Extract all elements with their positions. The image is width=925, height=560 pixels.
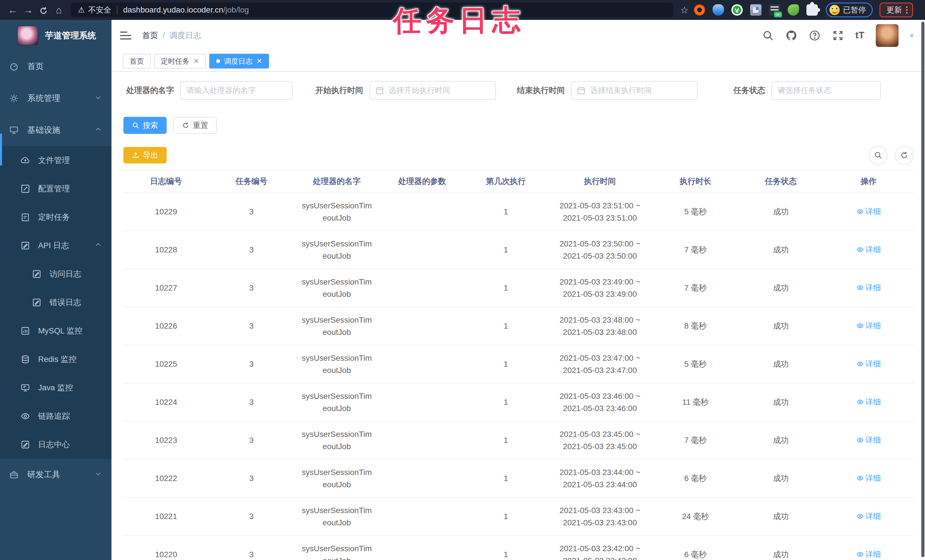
cell-time: 2021-05-03 23:42:00 ~2021-05-03 23:42:00 [547, 536, 653, 560]
cell-count: 1 [465, 269, 547, 307]
detail-link[interactable]: 详细 [856, 397, 881, 407]
cell-log-id: 10226 [124, 307, 209, 345]
sidebar-item-redis-monitor[interactable]: Redis 监控 [0, 345, 111, 373]
col-handler-name: 处理器的名字 [294, 170, 379, 193]
close-icon[interactable]: ✕ [193, 57, 199, 65]
eye-icon [856, 360, 864, 367]
refresh-icon [182, 122, 189, 129]
cell-task-id: 3 [209, 269, 294, 307]
collapse-sidebar-icon[interactable] [120, 29, 131, 42]
eye-icon [21, 411, 30, 421]
sidebar-item-error-log[interactable]: 错误日志 [0, 288, 111, 317]
extensions-puzzle-icon[interactable] [806, 4, 818, 16]
detail-link[interactable]: 详细 [856, 359, 881, 369]
bookmark-star-icon[interactable]: ☆ [680, 5, 689, 16]
tab-scheduled-tasks[interactable]: 定时任务 ✕ [154, 54, 206, 69]
font-size-icon[interactable]: tT [855, 30, 865, 42]
export-button[interactable]: 导出 [124, 147, 167, 163]
breadcrumb: 首页 / 调度日志 [142, 30, 201, 41]
forward-icon[interactable]: → [21, 5, 36, 16]
detail-link[interactable]: 详细 [856, 206, 881, 217]
sidebar-item-api-log[interactable]: API 日志 [0, 231, 111, 260]
url-host[interactable]: dashboard.yudao.iocoder.cn [123, 5, 223, 15]
close-icon[interactable]: ✕ [256, 57, 262, 65]
hide-search-button[interactable] [869, 146, 887, 165]
sidebar-item-access-log[interactable]: 访问日志 [0, 260, 111, 288]
sidebar-item-file-mgmt[interactable]: 文件管理 [0, 146, 111, 175]
eye-icon [856, 551, 864, 558]
sidebar-item-trace[interactable]: 链路追踪 [0, 402, 111, 431]
search-button[interactable]: 搜索 [124, 117, 167, 134]
extension-grid-icon[interactable] [750, 4, 761, 16]
cell-status: 成功 [738, 231, 824, 269]
handler-name-input[interactable] [180, 81, 292, 100]
detail-link[interactable]: 详细 [856, 244, 881, 255]
logo-row[interactable]: 芋道管理系统 [0, 20, 111, 51]
cell-actions: 详细 [824, 231, 914, 269]
eye-icon [856, 513, 864, 520]
browser-scrollbar[interactable] [921, 22, 924, 557]
back-icon[interactable]: ← [5, 5, 21, 16]
eye-icon [856, 398, 864, 406]
table-row: 10228 3 sysUserSessionTimeoutJob 1 2021-… [124, 231, 914, 269]
detail-link[interactable]: 详细 [856, 321, 881, 331]
start-time-input[interactable] [369, 81, 496, 100]
detail-link[interactable]: 详细 [856, 549, 881, 559]
help-icon[interactable] [809, 30, 821, 42]
home-icon[interactable]: ⌂ [51, 5, 66, 16]
paused-badge[interactable]: 已暂停 [826, 3, 873, 17]
extension-leaf-icon[interactable] [788, 4, 799, 16]
sidebar-item-config-mgmt[interactable]: 配置管理 [0, 175, 111, 203]
filter-actions: 搜索 重置 [124, 117, 914, 134]
avatar[interactable] [876, 24, 899, 47]
detail-link[interactable]: 详细 [856, 473, 881, 483]
detail-link[interactable]: 详细 [856, 283, 881, 293]
url-path[interactable]: /job/log [223, 5, 249, 15]
browser-update-button[interactable]: 更新 [880, 3, 913, 17]
detail-link[interactable]: 详细 [856, 511, 881, 521]
insecure-warning-icon[interactable]: ⚠ [78, 5, 85, 15]
detail-link[interactable]: 详细 [856, 435, 881, 445]
end-time-input[interactable] [571, 81, 698, 100]
task-status-select[interactable] [771, 81, 881, 100]
tab-home[interactable]: 首页 [123, 54, 151, 69]
sidebar-item-home[interactable]: 首页 [0, 51, 111, 83]
tab-schedule-log[interactable]: 调度日志 ✕ [209, 54, 269, 69]
reset-button[interactable]: 重置 [173, 117, 217, 134]
extension-on-switch-icon[interactable] [769, 4, 780, 16]
cell-status: 成功 [738, 345, 824, 383]
sidebar-item-infrastructure[interactable]: 基础设施 [0, 114, 111, 146]
sidebar-item-java-monitor[interactable]: Java 监控 [0, 373, 111, 402]
cell-status: 成功 [738, 536, 824, 560]
app-title: 芋道管理系统 [45, 30, 96, 42]
chevron-down-icon [94, 94, 102, 103]
sidebar-item-system-mgmt[interactable]: 系统管理 [0, 83, 111, 114]
cell-handler: sysUserSessionTimeoutJob [294, 383, 379, 421]
extension-drop-icon[interactable] [713, 4, 724, 16]
github-icon[interactable] [785, 30, 797, 42]
menu-kebab-icon[interactable] [906, 5, 908, 15]
cell-duration: 24 毫秒 [653, 497, 738, 536]
search-icon[interactable] [762, 30, 774, 42]
sidebar-item-dev-tools[interactable]: 研发工具 [0, 459, 111, 491]
url-bar[interactable]: ⚠ 不安全 dashboard.yudao.iocoder.cn /job/lo… [71, 3, 673, 17]
extension-check-icon[interactable]: v [731, 4, 743, 16]
extension-ring-icon[interactable] [694, 4, 705, 16]
cell-task-id: 3 [209, 307, 294, 345]
cell-count: 1 [465, 459, 547, 497]
calendar-icon [577, 86, 586, 95]
reload-icon[interactable] [36, 5, 51, 16]
breadcrumb-home[interactable]: 首页 [142, 30, 158, 41]
refresh-table-button[interactable] [895, 146, 914, 165]
sidebar-item-mysql-monitor[interactable]: MySQL 监控 [0, 317, 111, 345]
sidebar-item-scheduled-tasks[interactable]: 定时任务 [0, 203, 111, 231]
chevron-down-icon[interactable]: ▾ [910, 31, 914, 40]
cell-log-id: 10222 [124, 459, 209, 497]
cell-handler: sysUserSessionTimeoutJob [294, 421, 379, 459]
sidebar-item-log-center[interactable]: 日志中心 [0, 431, 111, 459]
active-dot [216, 59, 220, 63]
fullscreen-icon[interactable] [832, 30, 844, 42]
cell-time: 2021-05-03 23:47:00 ~2021-05-03 23:47:00 [547, 345, 653, 383]
cell-task-id: 3 [209, 459, 294, 497]
chevron-down-icon[interactable] [777, 87, 785, 94]
